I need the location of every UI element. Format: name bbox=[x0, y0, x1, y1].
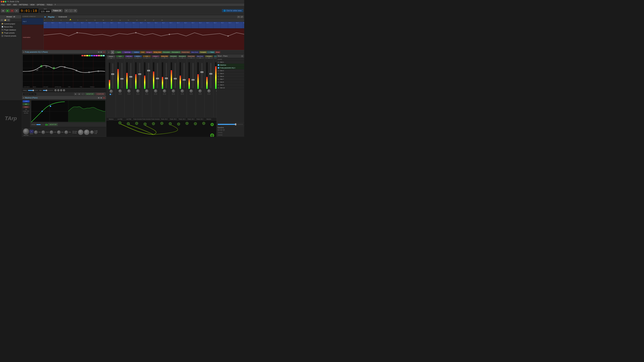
minimize-icon[interactable] bbox=[3, 1, 4, 2]
fx-slot-10[interactable]: Slot 10 bbox=[217, 86, 244, 89]
ch-4-led-1[interactable] bbox=[145, 93, 146, 95]
m-button[interactable]: M bbox=[111, 50, 114, 54]
sidebar-item-current-project[interactable]: 📁 Current project bbox=[0, 22, 21, 25]
ch-tab-percussion2[interactable]: Percussion 2 bbox=[171, 51, 180, 53]
ch-9-led-2[interactable] bbox=[191, 93, 193, 95]
eq-control-2[interactable] bbox=[220, 129, 222, 131]
maximus-monitor-button[interactable]: MONITOR bbox=[48, 123, 58, 126]
eq-mode-btn-1[interactable]: ⊕ bbox=[74, 93, 77, 95]
eq-close-button[interactable]: × bbox=[103, 51, 105, 53]
browser-tab[interactable]: Browser - All bbox=[0, 15, 22, 18]
ch-tab-synth[interactable]: 1Synth bbox=[114, 51, 122, 53]
ch-2-led-1[interactable] bbox=[128, 93, 129, 95]
atk-knob[interactable] bbox=[50, 130, 53, 134]
solo-button[interactable]: S bbox=[30, 130, 33, 133]
sidebar-tool-folder[interactable]: 📁 bbox=[4, 19, 7, 21]
ch-7-led-2[interactable] bbox=[174, 93, 175, 95]
menu-view[interactable]: VIEW bbox=[30, 4, 35, 6]
post-knob[interactable] bbox=[42, 130, 45, 134]
speed-slider[interactable] bbox=[36, 124, 45, 125]
ch-10-fader-track[interactable] bbox=[201, 63, 202, 88]
ch-6-pan[interactable] bbox=[163, 89, 166, 93]
band-knob[interactable] bbox=[84, 130, 90, 135]
menu-edit[interactable]: EDIT bbox=[6, 4, 12, 6]
menu-tools[interactable]: TOOLS bbox=[46, 4, 53, 6]
ch-tab-french-horn[interactable]: French Horn bbox=[181, 51, 190, 53]
ch-tab-cello[interactable]: Cello bbox=[140, 51, 145, 53]
band-high[interactable]: HIGH bbox=[23, 106, 30, 108]
sidebar-item-channel-presets[interactable]: 🎛 Channel presets bbox=[0, 34, 21, 37]
fx-slot-maximus[interactable]: Maximus bbox=[217, 64, 244, 66]
c-button[interactable]: C bbox=[107, 50, 110, 54]
ch-tab-brass[interactable]: Brass bbox=[215, 51, 220, 53]
ch-5-led-2[interactable] bbox=[156, 93, 157, 95]
online-news-banner[interactable]: 🌐 Click for online news bbox=[222, 9, 243, 12]
maximus-arrow-left[interactable]: ◀ bbox=[98, 97, 100, 99]
ch-1-fader-track[interactable] bbox=[121, 63, 122, 88]
ch-7-fader-knob[interactable] bbox=[174, 78, 177, 80]
ch-8-led-1[interactable] bbox=[181, 93, 182, 95]
menu-add[interactable]: ADD bbox=[13, 4, 17, 6]
eq-monitor-button[interactable]: MONITOR bbox=[85, 93, 94, 95]
rms-led[interactable] bbox=[72, 132, 74, 134]
eq-bw-slider[interactable] bbox=[43, 90, 53, 91]
ch-master-fader-knob[interactable] bbox=[111, 73, 114, 75]
ch-10-led-1[interactable] bbox=[198, 93, 200, 95]
maximus-arrow-right[interactable]: ▶ bbox=[100, 97, 102, 99]
mixer-button[interactable]: 🎚 bbox=[73, 9, 77, 12]
ch-8-pan[interactable] bbox=[180, 89, 184, 93]
eq-band-knob-1[interactable] bbox=[54, 89, 57, 91]
sidebar-item-plugin-database[interactable]: 🔌 Plugin database bbox=[0, 28, 21, 31]
bpm-display[interactable]: 115.000 bbox=[40, 10, 51, 13]
ch-tab-syntharp[interactable]: 2Synth Arp bbox=[122, 51, 131, 53]
ch-6-fader-track[interactable] bbox=[166, 63, 167, 88]
fx-slot-9[interactable]: Slot 9 bbox=[217, 84, 244, 86]
ch-11-led-1[interactable] bbox=[208, 93, 209, 95]
ch-tab-trumpets[interactable]: Trumpets bbox=[199, 51, 207, 53]
playlist-tool-2[interactable]: 🖊 bbox=[240, 16, 243, 18]
ch-3-fader-knob[interactable] bbox=[138, 73, 141, 75]
ch-9-fader-knob[interactable] bbox=[192, 79, 194, 81]
playlist-tool-1[interactable]: ✂ bbox=[237, 16, 240, 18]
fx-slot-eq2[interactable]: Fruity parametric EQ 2 bbox=[217, 66, 244, 69]
ch-master-led-1[interactable] bbox=[110, 94, 111, 95]
dec-knob[interactable] bbox=[57, 130, 61, 134]
ch-3-led-1[interactable] bbox=[136, 93, 138, 95]
menu-options[interactable]: OPTIONS bbox=[36, 4, 45, 6]
thresh-knob[interactable] bbox=[78, 130, 83, 135]
ch-2-fader-track[interactable] bbox=[130, 63, 132, 88]
ch-5-led-1[interactable] bbox=[154, 93, 156, 95]
ch-9-pan[interactable] bbox=[190, 89, 193, 93]
ch-1-led-1[interactable] bbox=[118, 93, 120, 95]
rel-knob[interactable] bbox=[64, 130, 68, 134]
pre-knob[interactable] bbox=[34, 130, 38, 134]
maximus-close-button[interactable]: × bbox=[103, 97, 105, 99]
menu-patterns[interactable]: PATTERNS bbox=[18, 4, 28, 6]
eq-mode-btn-2[interactable]: ⊗ bbox=[78, 93, 81, 95]
ch-tab-piano[interactable]: 12Piano bbox=[207, 51, 215, 53]
ch-11-pan[interactable] bbox=[207, 89, 211, 93]
fx-slot-none[interactable]: (none) bbox=[217, 58, 244, 61]
eq-mode-btn-3[interactable]: ✓ bbox=[82, 93, 84, 95]
metro-button[interactable]: ♩ bbox=[69, 9, 73, 12]
pattern-button[interactable]: Pattern 28 bbox=[52, 9, 62, 12]
sidebar-item-plugin-presets[interactable]: ⭐ Plugin presets bbox=[0, 31, 21, 34]
ch-7-pan[interactable] bbox=[172, 89, 175, 93]
ch-2-led-2[interactable] bbox=[129, 93, 130, 95]
fx-slot-7[interactable]: Slot 7 bbox=[217, 78, 244, 81]
stop-button[interactable]: ■ bbox=[10, 9, 14, 12]
eq-compare-button[interactable]: COMPARE bbox=[95, 93, 105, 95]
peak-led[interactable] bbox=[72, 131, 74, 132]
ch-3-pan[interactable] bbox=[136, 89, 140, 93]
master-vol-slider[interactable] bbox=[218, 124, 243, 125]
fx-slot-1[interactable]: Slot 1 bbox=[217, 61, 244, 64]
eq-control-1[interactable] bbox=[218, 129, 220, 131]
ch-1-pan[interactable] bbox=[118, 89, 122, 93]
eq-control-3[interactable] bbox=[223, 129, 225, 131]
ch-9-led-1[interactable] bbox=[190, 93, 191, 95]
release-knob2[interactable] bbox=[90, 130, 94, 134]
menu-help[interactable]: ? bbox=[54, 4, 56, 6]
ch-1-led-2[interactable] bbox=[120, 93, 122, 95]
ch-1-fader-knob[interactable] bbox=[120, 78, 124, 80]
ch-6-led-2[interactable] bbox=[165, 93, 166, 95]
